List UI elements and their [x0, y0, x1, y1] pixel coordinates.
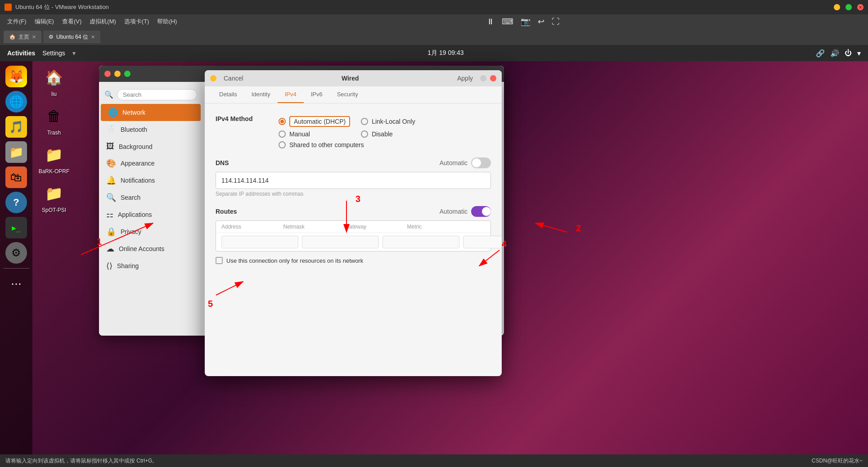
routes-table: Address Netmask Gateway Metric 🗑	[216, 220, 491, 251]
method-shared-radio[interactable]	[279, 141, 286, 148]
use-only-label: Use this connection only for resources o…	[226, 257, 363, 264]
tab-ipv6[interactable]: IPv6	[304, 86, 330, 103]
method-disable-radio[interactable]	[361, 130, 368, 138]
tab-security[interactable]: Security	[330, 86, 365, 103]
dock-item-settings[interactable]: ⚙	[4, 241, 28, 265]
sidebar-item-notifications[interactable]: 🔔 Notifications	[99, 172, 202, 189]
tab-ipv4[interactable]: IPv4	[278, 86, 304, 103]
tab-details[interactable]: Details	[212, 86, 244, 103]
dns-hint: Separate IP addresses with commas	[216, 191, 491, 197]
ipv4-method-label: IPv4 Method	[216, 112, 270, 122]
browser-tab-home[interactable]: 🏠 主页 ✕	[4, 31, 41, 43]
network-topbar-icon[interactable]: 🔗	[816, 49, 825, 58]
vmware-close-button[interactable]: ✕	[857, 4, 864, 10]
volume-topbar-icon[interactable]: 🔊	[830, 49, 839, 58]
search-nav-icon: 🔍	[106, 193, 116, 202]
ubuntu-dock: 🦊 🌐 🎵 📁 🛍 ? ▶_ ⚙ ⋯	[0, 61, 32, 467]
settings-menu[interactable]: Settings	[42, 49, 65, 57]
method-manual-radio[interactable]	[279, 130, 286, 138]
use-only-container: Use this connection only for resources o…	[216, 257, 491, 264]
menu-vm[interactable]: 虚拟机(M)	[86, 16, 120, 27]
desktop-icon-spotpsi[interactable]: 📁 SpOT-PSI	[36, 182, 72, 213]
sidebar-item-bluetooth[interactable]: 🦷 Bluetooth	[99, 121, 202, 138]
power-topbar-icon[interactable]: ⏻	[845, 49, 852, 57]
settings-minimize-button[interactable]	[114, 71, 121, 77]
sidebar-item-online-accounts[interactable]: ☁ Online Accounts	[99, 240, 202, 257]
sidebar-item-sharing[interactable]: ⟨⟩ Sharing	[99, 257, 202, 274]
vmware-restore-button[interactable]	[846, 4, 852, 10]
tab-identity[interactable]: Identity	[244, 86, 278, 103]
full-screen-button[interactable]: ⛶	[552, 17, 560, 27]
method-manual[interactable]: Manual	[279, 130, 350, 138]
wired-minimize-button[interactable]	[210, 75, 216, 81]
settings-search-input[interactable]	[117, 89, 197, 100]
dns-value[interactable]: 114.114.114.114	[221, 177, 485, 184]
menu-help[interactable]: 帮助(H)	[153, 16, 180, 27]
menu-edit[interactable]: 编辑(E)	[31, 16, 58, 27]
snapshot-button[interactable]: 📷	[521, 17, 531, 27]
dock-item-terminal[interactable]: ▶_	[4, 216, 28, 239]
online-accounts-nav-icon: ☁	[106, 244, 114, 254]
pause-button[interactable]: ⏸	[486, 17, 495, 27]
dns-toggle-knob	[472, 158, 481, 167]
sidebar-item-background[interactable]: 🖼 Background	[99, 138, 202, 155]
dock-item-files[interactable]: 📁	[4, 140, 28, 164]
dock-item-rhythmbox[interactable]: 🎵	[4, 115, 28, 139]
route-metric-input[interactable]	[463, 236, 502, 248]
ubuntu-tab-close[interactable]: ✕	[91, 34, 95, 40]
home-tab-close[interactable]: ✕	[32, 34, 36, 40]
vmware-icon	[4, 4, 12, 11]
route-address-input[interactable]	[221, 236, 298, 248]
routes-auto-container: Automatic	[440, 206, 491, 217]
sidebar-item-appearance[interactable]: 🎨 Appearance	[99, 155, 202, 172]
dock-item-show-apps[interactable]: ⋯	[4, 272, 28, 296]
desktop-icon-trash[interactable]: 🗑 Trash	[36, 104, 72, 136]
routes-toggle[interactable]	[471, 206, 491, 217]
send-ctrl-alt-del-button[interactable]: ⌨	[502, 17, 513, 27]
route-netmask-input[interactable]	[302, 236, 379, 248]
method-automatic-radio[interactable]	[279, 118, 286, 125]
svg-line-2	[535, 223, 567, 232]
vmware-minimize-button[interactable]	[834, 4, 840, 10]
settings-maximize-button[interactable]	[124, 71, 130, 77]
sidebar-item-network[interactable]: 🌐 Network	[101, 104, 201, 121]
search-nav-label: Search	[121, 194, 140, 201]
trash-label: Trash	[47, 130, 61, 136]
method-link-local-radio[interactable]	[361, 118, 368, 125]
wired-apply-button[interactable]: Apply	[454, 73, 477, 84]
desktop-icon-liu[interactable]: 🏠 liu	[36, 66, 72, 97]
topbar-dropdown-icon[interactable]: ▾	[857, 49, 861, 58]
route-gateway-input[interactable]	[382, 236, 459, 248]
routes-toggle-knob	[482, 207, 491, 216]
wired-close-button[interactable]	[490, 75, 496, 81]
settings-dropdown-icon[interactable]: ▾	[72, 49, 76, 57]
wired-titlebar-right: Apply	[454, 73, 496, 84]
dns-toggle[interactable]	[471, 157, 491, 168]
use-only-checkbox[interactable]	[216, 257, 223, 264]
dock-item-chromium[interactable]: 🌐	[4, 90, 28, 113]
wired-restore-button[interactable]	[480, 75, 486, 81]
method-automatic[interactable]: Automatic (DHCP)	[279, 116, 350, 127]
menu-view[interactable]: 查看(V)	[58, 16, 85, 27]
sidebar-item-applications[interactable]: ⚏ Applications	[99, 206, 202, 223]
dock-item-software[interactable]: 🛍	[4, 166, 28, 189]
method-disable[interactable]: Disable	[361, 130, 432, 138]
settings-titlebar-controls	[104, 71, 130, 77]
settings-close-button[interactable]	[104, 71, 111, 77]
sidebar-item-privacy[interactable]: 🔒 Privacy	[99, 223, 202, 240]
menu-file[interactable]: 文件(F)	[4, 16, 30, 27]
dock-item-firefox[interactable]: 🦊	[4, 65, 28, 88]
activities-button[interactable]: Activities	[7, 49, 35, 57]
desktop-icon-barkoprf[interactable]: 📁 BaRK-OPRF	[36, 143, 72, 175]
method-shared[interactable]: Shared to other computers	[279, 141, 432, 148]
search-icon: 🔍	[104, 90, 113, 99]
browser-tab-ubuntu[interactable]: ⚙ Ubuntu 64 位 ✕	[43, 31, 100, 43]
spotpsi-icon: 📁	[42, 182, 66, 205]
menu-options[interactable]: 选项卡(T)	[121, 16, 153, 27]
sidebar-item-search[interactable]: 🔍 Search	[99, 189, 202, 206]
routes-header: Routes Automatic	[216, 206, 491, 217]
wired-cancel-button[interactable]: Cancel	[220, 73, 247, 84]
revert-button[interactable]: ↩	[538, 17, 544, 27]
method-link-local[interactable]: Link-Local Only	[361, 116, 432, 127]
dock-item-help[interactable]: ?	[4, 191, 28, 214]
